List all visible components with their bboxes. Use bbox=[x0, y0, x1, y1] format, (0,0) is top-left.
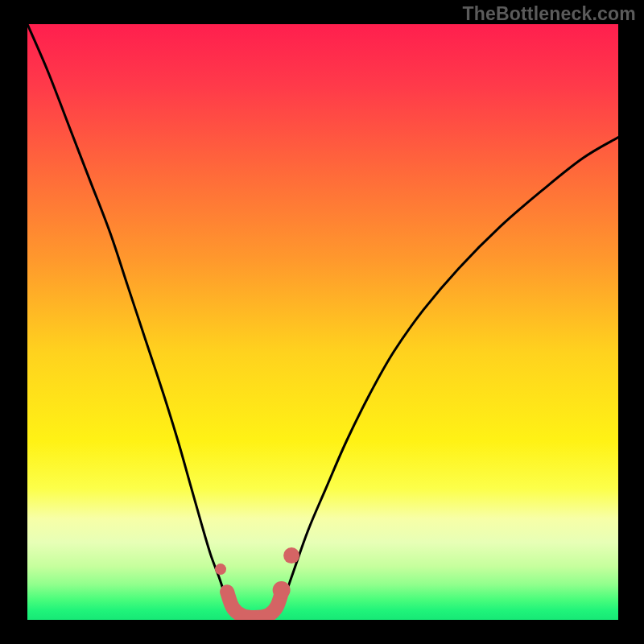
dot-right-high bbox=[283, 547, 299, 564]
dot-right-low bbox=[273, 581, 291, 599]
gradient-background bbox=[27, 24, 618, 620]
watermark-text: TheBottleneck.com bbox=[462, 3, 636, 25]
bottleneck-chart bbox=[0, 0, 644, 644]
dot-left bbox=[215, 564, 226, 575]
chart-frame: TheBottleneck.com bbox=[0, 0, 644, 644]
